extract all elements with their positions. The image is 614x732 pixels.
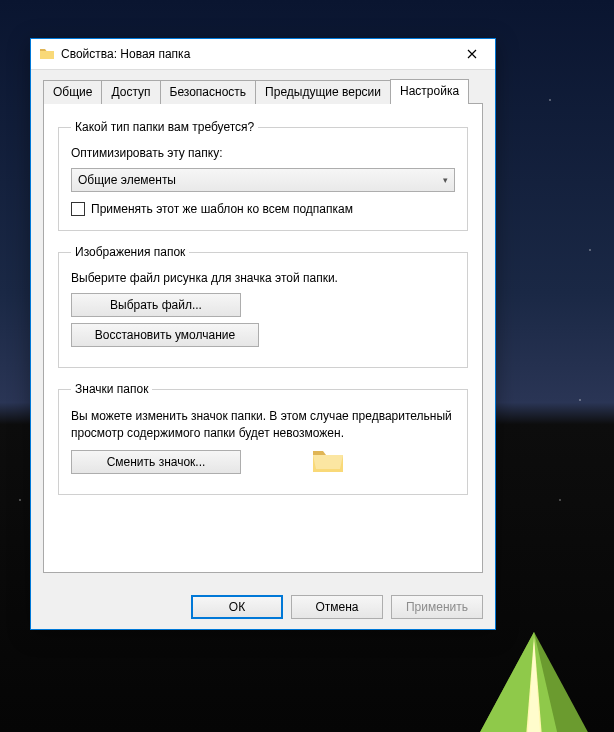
- group-folder-type-legend: Какой тип папки вам требуется?: [71, 120, 258, 134]
- folder-images-desc: Выберите файл рисунка для значка этой па…: [71, 271, 455, 285]
- apply-subfolders-checkbox[interactable]: [71, 202, 85, 216]
- choose-file-button[interactable]: Выбрать файл...: [71, 293, 241, 317]
- tab-security[interactable]: Безопасность: [160, 80, 257, 104]
- group-folder-images-legend: Изображения папок: [71, 245, 189, 259]
- optimize-combo[interactable]: Общие элементы ▾: [71, 168, 455, 192]
- optimize-label: Оптимизировать эту папку:: [71, 146, 455, 160]
- folder-icons-desc: Вы можете изменить значок папки. В этом …: [71, 408, 455, 442]
- tab-general[interactable]: Общие: [43, 80, 102, 104]
- group-folder-icons-legend: Значки папок: [71, 382, 152, 396]
- properties-dialog: Свойства: Новая папка Общие Доступ Безоп…: [30, 38, 496, 630]
- tab-previous-versions[interactable]: Предыдущие версии: [255, 80, 391, 104]
- tab-sharing[interactable]: Доступ: [101, 80, 160, 104]
- group-folder-icons: Значки папок Вы можете изменить значок п…: [58, 382, 468, 495]
- cancel-button[interactable]: Отмена: [291, 595, 383, 619]
- apply-button[interactable]: Применить: [391, 595, 483, 619]
- folder-preview-icon: [311, 447, 345, 478]
- group-folder-images: Изображения папок Выберите файл рисунка …: [58, 245, 468, 368]
- chevron-down-icon: ▾: [443, 175, 448, 185]
- dialog-actions: ОК Отмена Применить: [31, 585, 495, 629]
- tab-customize[interactable]: Настройка: [390, 79, 469, 104]
- folder-icon: [39, 46, 55, 62]
- group-folder-type: Какой тип папки вам требуется? Оптимизир…: [58, 120, 468, 231]
- apply-subfolders-label: Применять этот же шаблон ко всем подпапк…: [91, 202, 353, 216]
- ok-button[interactable]: ОК: [191, 595, 283, 619]
- restore-default-button[interactable]: Восстановить умолчание: [71, 323, 259, 347]
- optimize-combo-value: Общие элементы: [78, 173, 176, 187]
- tent-illustration: [434, 622, 614, 732]
- change-icon-button[interactable]: Сменить значок...: [71, 450, 241, 474]
- window-title: Свойства: Новая папка: [61, 47, 449, 61]
- tab-panel-customize: Какой тип папки вам требуется? Оптимизир…: [43, 103, 483, 573]
- close-button[interactable]: [449, 39, 495, 69]
- tab-strip: Общие Доступ Безопасность Предыдущие вер…: [43, 80, 483, 104]
- titlebar[interactable]: Свойства: Новая папка: [31, 39, 495, 69]
